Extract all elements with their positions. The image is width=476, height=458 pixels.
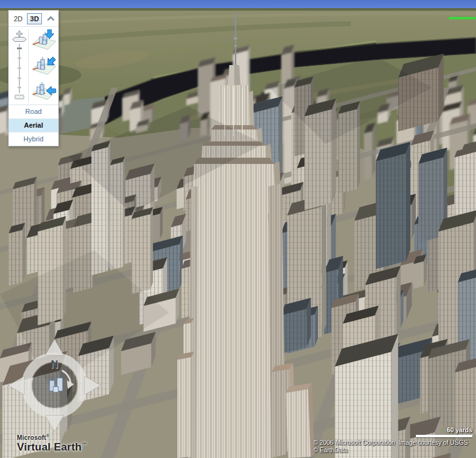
map-style-aerial[interactable]: Aerial bbox=[9, 118, 58, 132]
navigation-panel: 2D 3D bbox=[8, 10, 59, 146]
zoom-slider-handle[interactable] bbox=[13, 38, 26, 42]
attribution-line1: © 2006 Microsoft Corporation Image court… bbox=[313, 439, 473, 447]
zoom-out-button[interactable] bbox=[15, 95, 24, 99]
view-mode-tabs: 2D 3D bbox=[9, 11, 58, 26]
virtual-earth-window: 2D 3D bbox=[0, 0, 476, 458]
zoom-slider bbox=[11, 29, 29, 103]
top-down-view-icon bbox=[31, 29, 56, 51]
product-name: Virtual Earth bbox=[17, 441, 81, 453]
zoom-in-button[interactable] bbox=[16, 31, 23, 37]
collapse-panel-button[interactable] bbox=[46, 14, 56, 23]
scale-bar bbox=[416, 435, 472, 437]
map-style-hybrid[interactable]: Hybrid bbox=[9, 132, 58, 146]
tab-3d[interactable]: 3D bbox=[27, 13, 42, 24]
attribution-line2: © EarthData bbox=[313, 447, 473, 454]
pan-east-arrow[interactable] bbox=[85, 376, 101, 395]
pan-north-arrow[interactable] bbox=[45, 339, 64, 355]
gps-artifact-line bbox=[448, 17, 476, 19]
scale-label: 60 yards bbox=[313, 427, 473, 434]
birds-eye-view-icon bbox=[31, 54, 56, 76]
brand-name: Microsoft bbox=[17, 434, 46, 441]
tab-2d[interactable]: 2D bbox=[11, 14, 25, 24]
tilt-top-down-button[interactable] bbox=[30, 29, 57, 53]
north-label: N bbox=[51, 359, 58, 370]
chevron-up-icon bbox=[46, 14, 56, 23]
tilt-birds-eye-button[interactable] bbox=[30, 54, 57, 78]
pan-west-arrow[interactable] bbox=[8, 376, 24, 395]
map-info: 60 yards © 2006 Microsoft Corporation Im… bbox=[313, 427, 473, 454]
tilt-street-level-button[interactable] bbox=[30, 79, 57, 103]
map-style-menu: Road Aerial Hybrid bbox=[9, 104, 58, 146]
map-style-road[interactable]: Road bbox=[9, 105, 58, 118]
tilt-presets bbox=[29, 29, 57, 103]
virtual-earth-logo: Microsoft® Virtual Earth™ bbox=[17, 434, 87, 453]
pan-south-arrow[interactable] bbox=[45, 415, 64, 432]
compass-control[interactable]: N N bbox=[1, 332, 108, 439]
street-level-view-icon bbox=[31, 79, 56, 101]
